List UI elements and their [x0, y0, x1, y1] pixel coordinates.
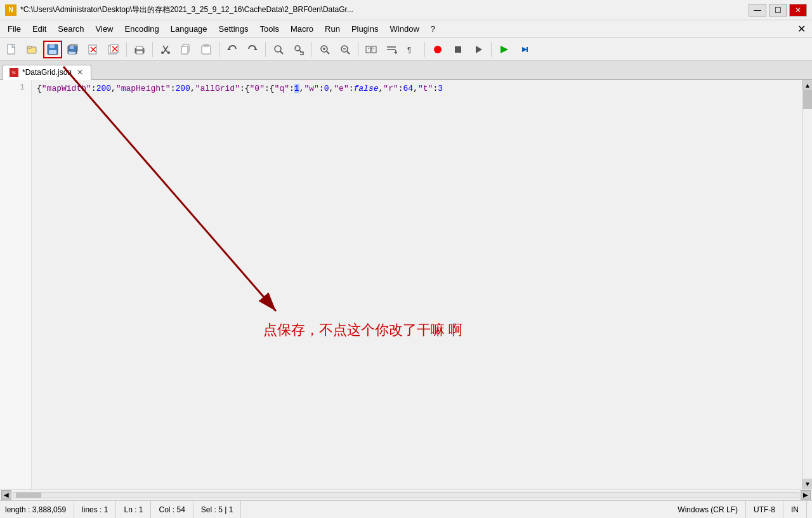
minimize-button[interactable]: —	[749, 4, 766, 17]
menu-view[interactable]: View	[91, 22, 119, 36]
menu-window[interactable]: Window	[385, 22, 424, 36]
menu-plugins[interactable]: Plugins	[346, 22, 384, 36]
svg-point-31	[275, 46, 281, 52]
zoom-out-button[interactable]	[336, 41, 355, 58]
svg-point-33	[295, 46, 300, 51]
sync-scroll-button[interactable]	[362, 41, 381, 58]
scroll-track-v[interactable]	[802, 90, 812, 479]
save-all-button[interactable]	[63, 41, 82, 58]
scroll-left-button[interactable]: ◀	[1, 490, 11, 500]
run-button[interactable]	[495, 41, 514, 58]
new-button[interactable]	[3, 41, 22, 58]
paste-button[interactable]	[197, 41, 216, 58]
status-encoding: UTF-8	[746, 501, 783, 518]
open-button[interactable]	[23, 41, 42, 58]
print-button[interactable]	[130, 41, 149, 58]
status-eol: Windows (CR LF)	[670, 501, 746, 518]
save-button[interactable]	[43, 41, 62, 58]
line-numbers: 1	[0, 80, 32, 489]
close-all-button[interactable]	[104, 41, 123, 58]
tab-bar: N *DataGrid.json ✕	[0, 61, 812, 80]
status-ln: Ln : 1	[116, 501, 151, 518]
svg-marker-29	[227, 48, 231, 50]
close-doc-button[interactable]	[84, 41, 103, 58]
menu-run[interactable]: Run	[320, 22, 345, 36]
status-ins: IN	[783, 501, 807, 518]
svg-marker-51	[476, 46, 482, 53]
svg-rect-0	[8, 44, 15, 54]
more-button[interactable]	[515, 41, 534, 58]
scroll-down-button[interactable]: ▼	[802, 479, 812, 489]
menu-macro[interactable]: Macro	[285, 22, 318, 36]
app-close-x[interactable]: ✕	[794, 23, 809, 35]
zoom-in-button[interactable]	[315, 41, 334, 58]
code-editor[interactable]: {"mapWidth":200,"mapHeight":200,"allGrid…	[32, 80, 802, 489]
svg-rect-42	[366, 46, 370, 53]
status-sel: Sel : 5 | 1	[193, 501, 241, 518]
show-all-chars-button[interactable]: ¶	[402, 41, 421, 58]
scroll-thumb-v[interactable]	[803, 90, 812, 109]
menu-language[interactable]: Language	[166, 22, 213, 36]
menu-tools[interactable]: Tools	[255, 22, 284, 36]
code-line-1: {"mapWidth":200,"mapHeight":200,"allGrid…	[37, 83, 797, 95]
app-window: N *C:\Users\Administrator\Desktop\导出的存档2…	[0, 0, 812, 518]
svg-marker-47	[394, 52, 397, 54]
scroll-track-h[interactable]	[13, 492, 799, 498]
app-icon: N	[5, 4, 16, 16]
svg-rect-19	[136, 51, 143, 54]
menu-edit[interactable]: Edit	[27, 22, 51, 36]
status-length: length : 3,888,059	[5, 501, 74, 518]
tab-file-icon: N	[10, 68, 18, 77]
window-title: *C:\Users\Administrator\Desktop\导出的存档202…	[20, 4, 353, 15]
copy-button[interactable]	[176, 41, 195, 58]
redo-button[interactable]	[243, 41, 262, 58]
svg-line-32	[280, 51, 283, 54]
svg-point-23	[167, 51, 170, 54]
svg-rect-4	[49, 44, 55, 48]
svg-rect-50	[455, 46, 461, 53]
status-col: Col : 54	[151, 501, 193, 518]
menu-settings[interactable]: Settings	[214, 22, 254, 36]
svg-line-41	[347, 51, 350, 54]
menu-help[interactable]: ?	[426, 22, 440, 36]
menu-search[interactable]: Search	[53, 22, 89, 36]
status-bar: length : 3,888,059 lines : 1 Ln : 1 Col …	[0, 500, 812, 518]
svg-line-38	[327, 51, 329, 54]
replace-button[interactable]	[289, 41, 308, 58]
svg-rect-18	[136, 46, 143, 50]
right-scrollbar[interactable]: ▲ ▼	[802, 80, 812, 489]
svg-point-49	[434, 46, 442, 53]
status-lines: lines : 1	[74, 501, 116, 518]
scroll-right-button[interactable]: ▶	[801, 490, 811, 500]
svg-rect-5	[49, 50, 56, 54]
svg-marker-30	[254, 48, 258, 50]
close-button[interactable]: ✕	[789, 4, 807, 17]
tab-close-button[interactable]: ✕	[75, 68, 84, 77]
scroll-thumb-h[interactable]	[16, 493, 41, 498]
svg-text:¶: ¶	[407, 46, 411, 55]
menu-file[interactable]: File	[3, 22, 26, 36]
svg-rect-25	[181, 46, 188, 54]
line-number: 1	[5, 83, 25, 92]
scroll-up-button[interactable]: ▲	[802, 80, 812, 90]
toolbar: ¶	[0, 38, 812, 61]
svg-rect-28	[204, 44, 209, 47]
undo-button[interactable]	[223, 41, 242, 58]
macro-record-button[interactable]	[428, 41, 447, 58]
maximize-button[interactable]: ☐	[769, 4, 787, 17]
title-bar: N *C:\Users\Administrator\Desktop\导出的存档2…	[0, 0, 812, 20]
editor-area: 1 {"mapWidth":200,"mapHeight":200,"allGr…	[0, 80, 812, 489]
macro-play-button[interactable]	[469, 41, 488, 58]
horizontal-scrollbar[interactable]: ◀ ▶	[0, 489, 812, 500]
macro-stop-button[interactable]	[449, 41, 468, 58]
find-button[interactable]	[269, 41, 288, 58]
cut-button[interactable]	[156, 41, 175, 58]
svg-rect-43	[372, 46, 376, 53]
word-wrap-button[interactable]	[382, 41, 401, 58]
svg-rect-2	[27, 46, 32, 48]
svg-point-22	[161, 51, 164, 54]
menu-encoding[interactable]: Encoding	[120, 22, 164, 36]
annotation-text: 点保存，不点这个你改了干嘛 啊	[263, 321, 462, 340]
svg-rect-8	[69, 51, 75, 54]
file-tab[interactable]: N *DataGrid.json ✕	[3, 65, 91, 80]
